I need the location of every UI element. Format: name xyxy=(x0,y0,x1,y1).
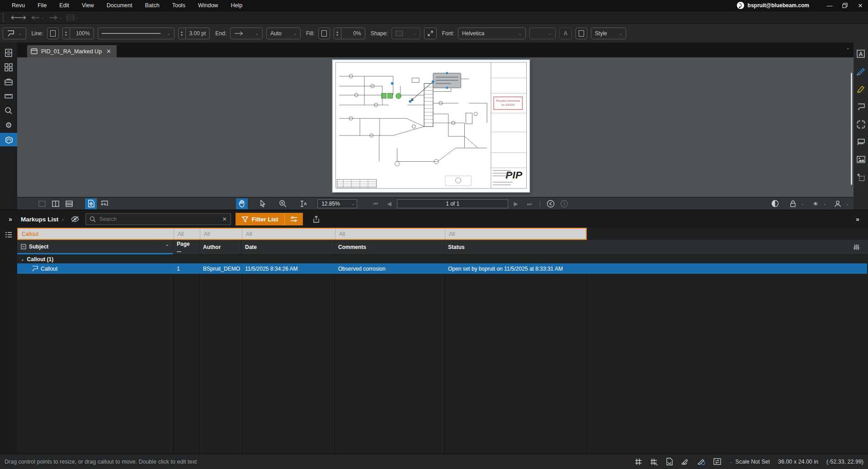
next-view-icon[interactable] xyxy=(558,198,570,209)
menu-edit[interactable]: Edit xyxy=(53,2,75,9)
page-indicator-field[interactable]: 1 of 1 xyxy=(397,199,508,208)
pen-tool-icon[interactable] xyxy=(854,65,868,78)
scale-selector[interactable]: ⌄ Scale Not Set xyxy=(729,459,770,465)
arrow-left-tool[interactable]: ⌄ xyxy=(31,15,44,20)
brightness-chevron-icon[interactable]: ⌄ xyxy=(823,202,827,206)
last-page-icon[interactable]: ⏭ xyxy=(524,198,535,209)
split-horizontal-icon[interactable] xyxy=(63,198,75,209)
menu-batch[interactable]: Batch xyxy=(139,2,166,9)
thumbnails-panel-icon[interactable] xyxy=(1,61,16,74)
previous-view-icon[interactable] xyxy=(545,198,557,209)
account-label[interactable]: bspruit@bluebeam.com xyxy=(748,2,809,9)
dark-mode-icon[interactable] xyxy=(769,198,781,209)
fit-page-icon[interactable] xyxy=(99,198,110,209)
pan-document-icon[interactable] xyxy=(85,198,97,209)
minimize-button[interactable]: — xyxy=(822,0,837,11)
callout-tool-selector[interactable]: ⌄ xyxy=(3,28,26,39)
tool-chest-icon[interactable] xyxy=(1,75,16,89)
fill-opacity-stepper[interactable]: ▲▼ xyxy=(334,28,341,39)
select-tool-icon[interactable] xyxy=(257,198,269,209)
search-input[interactable] xyxy=(99,216,219,222)
lock-icon[interactable] xyxy=(787,198,799,209)
resize-shape-button[interactable] xyxy=(424,28,437,39)
next-page-icon[interactable]: ▶ xyxy=(510,198,522,209)
filter-author[interactable]: All xyxy=(200,229,242,239)
font-color-button[interactable]: A xyxy=(559,28,572,39)
font-size-dropdown[interactable]: ⌄ xyxy=(529,28,556,39)
expand-panel-right-icon[interactable]: » xyxy=(852,214,863,225)
close-button[interactable]: ✕ xyxy=(853,0,868,11)
menu-help[interactable]: Help xyxy=(224,2,249,9)
line-color-swatch[interactable] xyxy=(47,28,59,39)
snap-to-grid-icon[interactable] xyxy=(650,458,658,465)
collapse-panel-icon[interactable]: » xyxy=(5,214,16,225)
zoom-tool-icon[interactable] xyxy=(277,198,288,209)
profile-chevron-icon[interactable]: ⌄ xyxy=(845,202,849,206)
tab-list-chevron-icon[interactable]: ⌄ xyxy=(846,45,850,50)
filter-date[interactable]: All xyxy=(242,229,335,239)
markups-search-box[interactable]: ✕ xyxy=(85,213,231,225)
menu-file[interactable]: File xyxy=(31,2,53,9)
zoom-level-field[interactable]: 12.85% ⌄ xyxy=(317,199,357,208)
menu-revu[interactable]: Revu xyxy=(5,2,31,9)
arrow-right-tool[interactable]: ⌄ xyxy=(49,15,62,20)
group-collapse-chevron-icon[interactable]: ⌄ xyxy=(21,257,24,262)
filter-page[interactable]: All xyxy=(174,229,200,239)
shape-dropdown[interactable]: ⌄ xyxy=(392,28,420,39)
hide-markups-icon[interactable] xyxy=(69,214,81,225)
filter-subject[interactable]: Callout xyxy=(18,229,174,239)
markups-panel-icon[interactable] xyxy=(0,133,17,146)
filter-comments[interactable]: All xyxy=(335,229,445,239)
select-text-icon[interactable]: A xyxy=(297,198,308,209)
fill-color-swatch[interactable] xyxy=(318,28,330,39)
markup-row-selected[interactable]: Callout 1 BSpruit_DEMO 11/5/2025 8:34:26… xyxy=(17,263,867,274)
properties-panel-icon[interactable]: ⚙ xyxy=(1,118,16,132)
manage-columns-icon[interactable] xyxy=(849,244,864,250)
restore-button[interactable] xyxy=(837,0,853,11)
font-dropdown[interactable]: Helvetica⌄ xyxy=(458,28,526,39)
profile-icon[interactable] xyxy=(832,198,844,209)
file-access-icon[interactable] xyxy=(1,46,16,60)
sketch-to-scale-icon[interactable] xyxy=(697,458,705,465)
line-style-dropdown[interactable]: ⌄ xyxy=(98,28,175,39)
zoom-chevron-icon[interactable]: ⌄ xyxy=(352,202,355,206)
dimension-arrow-tool[interactable] xyxy=(11,15,26,20)
line-opacity-field[interactable]: ▲▼ 100% xyxy=(62,28,94,39)
pdf-canvas[interactable]: Provide Comments by 2/10/23 PIP xyxy=(17,57,854,197)
sync-views-icon[interactable] xyxy=(713,458,721,465)
measurements-panel-icon[interactable] xyxy=(1,89,16,103)
grid-icon[interactable] xyxy=(635,458,642,465)
fill-opacity-field[interactable]: ▲▼ 0% xyxy=(334,28,365,39)
filter-status[interactable]: All xyxy=(445,229,586,239)
end-cap-dropdown[interactable]: Auto⌄ xyxy=(266,28,301,39)
column-subject[interactable]: Subject ⌃ xyxy=(17,240,173,254)
menu-window[interactable]: Window xyxy=(192,2,224,9)
first-page-icon[interactable]: ⏮ xyxy=(370,198,382,209)
menu-view[interactable]: View xyxy=(75,2,100,9)
column-comments[interactable]: Comments xyxy=(335,240,444,254)
snap-to-content-icon[interactable] xyxy=(666,458,673,465)
polygon-cloud-tool-icon[interactable] xyxy=(854,117,868,131)
brightness-icon[interactable]: ☀ xyxy=(810,198,821,209)
pan-tool-icon[interactable] xyxy=(236,198,248,209)
list-view-icon[interactable] xyxy=(0,228,17,241)
canvas-scrollbar[interactable] xyxy=(851,73,852,185)
export-summary-icon[interactable] xyxy=(310,214,322,225)
markups-list-title[interactable]: Markups List ⌄ xyxy=(21,216,65,223)
table-tool[interactable]: ⌄ xyxy=(66,14,79,21)
menu-document[interactable]: Document xyxy=(100,2,139,9)
split-vertical-icon[interactable] xyxy=(50,198,61,209)
toolbar-drag-handle[interactable] xyxy=(3,13,5,22)
pdf-page[interactable]: Provide Comments by 2/10/23 PIP xyxy=(332,60,530,192)
column-page[interactable]: Page ... xyxy=(173,240,199,254)
column-status[interactable]: Status xyxy=(444,240,868,254)
snapshot-tool-icon[interactable] xyxy=(854,170,868,184)
text-box-button[interactable] xyxy=(576,28,587,39)
line-opacity-stepper[interactable]: ▲▼ xyxy=(63,28,70,39)
column-date[interactable]: Date xyxy=(241,240,335,254)
style-dropdown[interactable]: Style⌄ xyxy=(591,28,626,39)
search-panel-icon[interactable] xyxy=(1,104,16,117)
menu-tools[interactable]: Tools xyxy=(166,2,192,9)
select-all-checkbox[interactable] xyxy=(21,244,26,249)
previous-page-icon[interactable]: ◀ xyxy=(383,198,395,209)
